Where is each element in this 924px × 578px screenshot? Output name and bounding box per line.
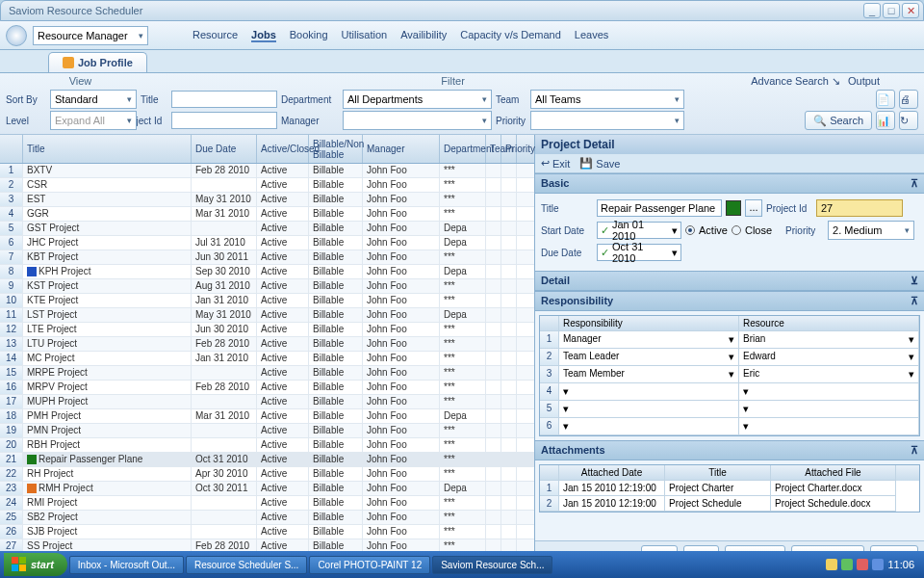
col-header[interactable]: Priority xyxy=(501,135,517,163)
close-radio[interactable] xyxy=(732,225,741,235)
table-row[interactable]: 14MC ProjectJan 31 2010ActiveBillableJoh… xyxy=(0,352,534,366)
col-header[interactable]: Manager xyxy=(363,135,440,163)
taskbar-task[interactable]: Inbox - Microsoft Out... xyxy=(69,556,184,574)
tab-job-profile[interactable]: Job Profile xyxy=(48,52,147,72)
section-basic[interactable]: Basic⊼ xyxy=(535,173,924,194)
nav-availibility[interactable]: Availibility xyxy=(400,29,447,42)
table-row[interactable]: 5GST ProjectActiveBillableJohn FooDepa xyxy=(0,222,534,236)
collapse-icon[interactable]: ⊼ xyxy=(911,295,918,307)
collapse-icon[interactable]: ⊼ xyxy=(911,444,918,457)
output-btn-1[interactable]: 📄 xyxy=(876,90,895,109)
color-picker-button[interactable]: ... xyxy=(745,199,762,217)
section-detail[interactable]: Detail⊻ xyxy=(535,271,924,291)
print-icon[interactable]: 🖨 xyxy=(899,90,918,109)
taskbar-task[interactable]: Saviom Resource Sch... xyxy=(432,556,552,574)
taskbar-task[interactable]: Resource Scheduler S... xyxy=(186,556,307,574)
title-filter-label: Title xyxy=(141,94,167,105)
sortby-select[interactable]: Standard xyxy=(50,90,137,109)
tray-icon[interactable] xyxy=(841,559,853,570)
status-swatch xyxy=(27,455,37,464)
system-tray[interactable]: 11:06 xyxy=(826,559,920,570)
tray-icon[interactable] xyxy=(872,559,884,570)
search-button[interactable]: 🔍Search xyxy=(805,111,872,130)
table-row[interactable]: 21Repair Passenger PlaneOct 31 2010Activ… xyxy=(0,453,534,467)
table-row[interactable]: 3ESTMay 31 2010ActiveBillableJohn Foo*** xyxy=(0,193,534,207)
level-select[interactable]: Expand All xyxy=(50,111,137,130)
table-row[interactable]: 9KST ProjectAug 31 2010ActiveBillableJoh… xyxy=(0,279,534,294)
table-row[interactable]: 16MRPV ProjectFeb 28 2010ActiveBillableJ… xyxy=(0,381,534,395)
table-row[interactable]: 4GGRMar 31 2010ActiveBillableJohn Foo*** xyxy=(0,207,534,222)
col-header[interactable]: Team xyxy=(486,135,501,163)
detail-priority-select[interactable]: 2. Medium xyxy=(828,221,914,240)
responsibility-table[interactable]: ResponsibilityResource1Manager▾Brian▾2Te… xyxy=(539,315,920,436)
main-toolbar: Resource Manager ResourceJobsBookingUtil… xyxy=(0,21,924,50)
close-button[interactable]: ✕ xyxy=(902,3,919,18)
role-selector[interactable]: Resource Manager xyxy=(33,26,148,45)
table-row[interactable]: 15MRPE ProjectActiveBillableJohn Foo*** xyxy=(0,366,534,381)
table-row[interactable]: 25SB2 ProjectActiveBillableJohn Foo*** xyxy=(0,511,534,525)
nav-booking[interactable]: Booking xyxy=(290,29,328,42)
minimize-button[interactable]: _ xyxy=(863,3,881,18)
table-row[interactable]: 6JHC ProjectJul 31 2010ActiveBillableJoh… xyxy=(0,236,534,250)
col-header[interactable]: Department xyxy=(440,135,486,163)
table-row[interactable]: 8KPH ProjectSep 30 2010ActiveBillableJoh… xyxy=(0,265,534,279)
nav-leaves[interactable]: Leaves xyxy=(575,29,608,42)
table-row[interactable]: 13LTU ProjectFeb 28 2010ActiveBillableJo… xyxy=(0,337,534,352)
nav-jobs[interactable]: Jobs xyxy=(251,29,276,42)
maximize-button[interactable]: □ xyxy=(883,3,900,18)
table-row[interactable]: 11LST ProjectMay 31 2010ActiveBillableJo… xyxy=(0,308,534,323)
startdate-input[interactable]: ✓Jan 01 2010▾ xyxy=(597,222,681,239)
attachments-table[interactable]: Attached DateTitleAttached File1Jan 15 2… xyxy=(539,464,920,512)
priority-filter-select[interactable] xyxy=(530,111,684,130)
table-row[interactable]: 20RBH ProjectActiveBillableJohn Foo*** xyxy=(0,438,534,453)
col-header[interactable]: Title xyxy=(23,135,192,163)
mgr-filter-select[interactable] xyxy=(343,111,492,130)
table-row[interactable]: 10KTE ProjectJan 31 2010ActiveBillableJo… xyxy=(0,294,534,308)
title-filter-input[interactable] xyxy=(171,91,277,108)
tab-row: Job Profile xyxy=(0,50,924,73)
collapse-icon[interactable]: ⊼ xyxy=(911,177,918,190)
dept-filter-select[interactable]: All Departments xyxy=(343,90,492,109)
svg-rect-0 xyxy=(12,557,18,564)
table-row[interactable]: 23RMH ProjectOct 30 2011ActiveBillableJo… xyxy=(0,482,534,496)
detail-title-input[interactable] xyxy=(597,199,722,217)
section-attachments[interactable]: Attachments⊼ xyxy=(535,440,924,460)
nav-resource[interactable]: Resource xyxy=(192,29,238,42)
advance-search-link[interactable]: Advance Search ↘ xyxy=(751,75,840,88)
mgr-filter-label: Manager xyxy=(281,116,339,126)
section-responsibility[interactable]: Responsibility⊼ xyxy=(535,291,924,311)
table-row[interactable]: 24RMI ProjectActiveBillableJohn Foo*** xyxy=(0,496,534,511)
col-header[interactable]: Due Date xyxy=(192,135,257,163)
nav-capacity v/s demand[interactable]: Capacity v/s Demand xyxy=(460,29,561,42)
status-swatch xyxy=(27,484,37,493)
team-filter-select[interactable]: All Teams xyxy=(530,90,684,109)
save-button[interactable]: 💾Save xyxy=(579,157,620,170)
output-btn-2[interactable]: 📊 xyxy=(876,111,895,130)
windows-taskbar: start Inbox - Microsoft Out...Resource S… xyxy=(0,551,924,578)
table-row[interactable]: 18PMH ProjectMar 31 2010ActiveBillableJo… xyxy=(0,409,534,424)
grid-header: TitleDue DateActive/ClosedBillable/Non B… xyxy=(0,135,534,164)
table-row[interactable]: 17MUPH ProjectActiveBillableJohn Foo*** xyxy=(0,395,534,409)
start-button[interactable]: start xyxy=(4,553,67,576)
refresh-icon[interactable]: ↻ xyxy=(899,111,918,130)
col-header[interactable]: Billable/Non Billable xyxy=(309,135,363,163)
expand-icon[interactable]: ⊻ xyxy=(911,275,918,287)
active-radio[interactable] xyxy=(685,225,695,235)
exit-button[interactable]: ↩Exit xyxy=(541,157,570,170)
grid-body[interactable]: 1BXTVFeb 28 2010ActiveBillableJohn Foo**… xyxy=(0,164,534,563)
table-row[interactable]: 12LTE ProjectJun 30 2010ActiveBillableJo… xyxy=(0,323,534,337)
table-row[interactable]: 22RH ProjectApr 30 2010ActiveBillableJoh… xyxy=(0,467,534,482)
table-row[interactable]: 2CSRActiveBillableJohn Foo*** xyxy=(0,178,534,193)
table-row[interactable]: 26SJB ProjectActiveBillableJohn Foo*** xyxy=(0,525,534,539)
table-row[interactable]: 19PMN ProjectActiveBillableJohn Foo*** xyxy=(0,424,534,438)
col-header[interactable]: Active/Closed xyxy=(257,135,309,163)
projectid-filter-input[interactable] xyxy=(171,112,277,129)
tray-icon[interactable] xyxy=(826,559,837,570)
table-row[interactable]: 1BXTVFeb 28 2010ActiveBillableJohn Foo**… xyxy=(0,164,534,178)
table-row[interactable]: 7KBT ProjectJun 30 2011ActiveBillableJoh… xyxy=(0,250,534,265)
nav-utilisation[interactable]: Utilisation xyxy=(342,29,388,42)
taskbar-task[interactable]: Corel PHOTO-PAINT 12 xyxy=(309,556,430,574)
duedate-input[interactable]: ✓Oct 31 2010▾ xyxy=(597,244,681,261)
tray-icon[interactable] xyxy=(857,559,868,570)
color-swatch[interactable] xyxy=(726,200,741,216)
